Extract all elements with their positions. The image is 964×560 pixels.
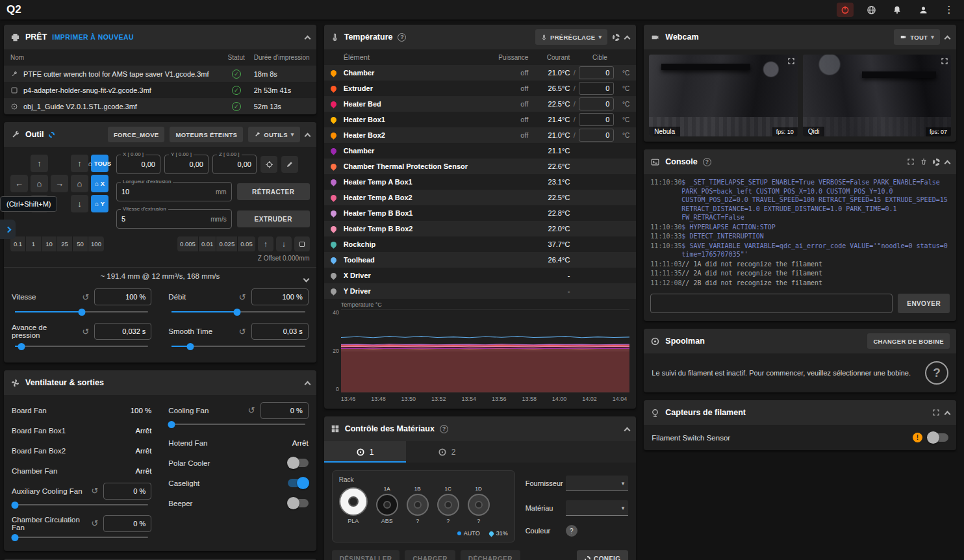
collapse-sensors-card-button[interactable]: [945, 411, 951, 417]
collapse-fans-card-button[interactable]: [304, 381, 311, 387]
collapse-status-card-button[interactable]: [304, 35, 311, 42]
heater-row[interactable]: Heater Box2off21.0°C/0°C: [324, 127, 637, 143]
pressure-advance-input[interactable]: 0,032 s: [94, 323, 151, 340]
heater-row[interactable]: Heater Box1off21.4°C/0°C: [324, 112, 637, 127]
fullscreen-icon[interactable]: [787, 57, 795, 65]
tool-settings-icon[interactable]: [49, 132, 55, 138]
target-temp-input[interactable]: 0: [579, 82, 614, 95]
speed-input[interactable]: 100 %: [94, 288, 151, 305]
change-spool-button[interactable]: CHANGER DE BOBINE: [867, 333, 950, 349]
reset-icon[interactable]: ↺: [239, 327, 246, 337]
z-offset-up-button[interactable]: ↑: [258, 236, 273, 251]
extrude-length-input[interactable]: Longueur d'extrusion10mm: [116, 182, 232, 201]
z-offset-down-button[interactable]: ↓: [276, 236, 292, 251]
fan-slider[interactable]: [15, 537, 148, 538]
reprint-link[interactable]: IMPRIMER À NOUVEAU: [52, 33, 134, 41]
material-select[interactable]: ▾: [566, 500, 629, 516]
help-icon[interactable]: ?: [398, 33, 406, 42]
color-picker[interactable]: ?: [566, 525, 577, 537]
external-spool[interactable]: PLA: [339, 487, 368, 524]
expand-stats-button[interactable]: [303, 276, 309, 283]
fan-speed-input[interactable]: 0 %: [260, 402, 309, 419]
console-command-input[interactable]: [650, 294, 893, 313]
fan-speed-input[interactable]: 0 %: [103, 515, 151, 532]
z-step-button[interactable]: 0.005: [177, 236, 199, 251]
tools-dropdown-button[interactable]: OUTILS▾: [248, 127, 299, 142]
load-button[interactable]: CHARGER: [405, 550, 455, 560]
collapse-tool-card-button[interactable]: [304, 133, 311, 139]
collapse-console-card-button[interactable]: [945, 160, 951, 166]
job-row[interactable]: PTFE cutter wrench tool for AMS tape sav…: [4, 66, 316, 82]
caselight-toggle[interactable]: [288, 479, 309, 487]
send-button[interactable]: ENVOYER: [898, 294, 950, 313]
webcam-select-button[interactable]: TOUT▾: [894, 29, 940, 45]
heater-row[interactable]: Chamberoff21.0°C/0°C: [324, 65, 637, 81]
tab-box-1[interactable]: 1: [324, 441, 406, 463]
z-step-button[interactable]: 0.05: [238, 236, 255, 251]
vendor-select[interactable]: ▾: [566, 476, 629, 491]
spool-slot[interactable]: 1C ?: [437, 486, 459, 524]
flow-slider[interactable]: [171, 311, 305, 312]
unload-button[interactable]: DÉCHARGER: [461, 550, 520, 560]
move-step-button[interactable]: 100: [88, 236, 104, 251]
collapse-materials-card-button[interactable]: [624, 427, 631, 433]
retract-button[interactable]: RÉTRACTER: [237, 183, 310, 200]
spool-slot[interactable]: 1D ?: [468, 486, 490, 524]
home-y-button[interactable]: ⌂ Y: [91, 195, 108, 212]
jog-x-minus-button[interactable]: ←: [10, 175, 28, 192]
move-step-button[interactable]: 10: [42, 236, 57, 251]
z-step-button[interactable]: 0.01: [199, 236, 217, 251]
position-y-input[interactable]: Y [ 0.00 ]0,00: [164, 155, 209, 174]
absolute-position-button[interactable]: [260, 156, 277, 173]
spool-slot[interactable]: 1A ABS: [376, 486, 398, 524]
position-z-input[interactable]: Z [ 0.00 ]0,00: [212, 155, 257, 174]
console-settings-button[interactable]: [933, 159, 940, 166]
tab-box-2[interactable]: 2: [406, 441, 488, 463]
heater-row[interactable]: Extruderoff26.5°C/0°C: [324, 81, 637, 96]
jog-x-plus-button[interactable]: →: [51, 175, 68, 192]
jog-z-minus-button[interactable]: ↓: [71, 195, 88, 212]
preset-dropdown-button[interactable]: PRÉRÉGLAGE▾: [535, 29, 607, 45]
move-step-button[interactable]: 50: [73, 236, 88, 251]
z-step-button[interactable]: 0.025: [216, 236, 238, 251]
fan-slider[interactable]: [15, 504, 148, 505]
expand-console-button[interactable]: [907, 158, 915, 166]
beeper-toggle[interactable]: [288, 499, 309, 507]
reset-icon[interactable]: ↺: [82, 327, 89, 337]
home-all-button[interactable]: ⌂ TOUS: [91, 155, 108, 172]
home-xy-button[interactable]: ⌂: [31, 175, 48, 192]
webcam-stream-qidi[interactable]: Qidi fps: 07: [803, 55, 951, 136]
reset-icon[interactable]: ↺: [91, 518, 98, 528]
help-icon[interactable]: ?: [440, 425, 448, 433]
job-row[interactable]: p4-adapter-holder-snug-fit-v2.gcode.3mf …: [4, 82, 316, 98]
jog-z-plus-button[interactable]: ↑: [71, 155, 88, 172]
move-step-button[interactable]: 25: [57, 236, 73, 251]
force-move-button[interactable]: FORCE_MOVE: [108, 127, 165, 142]
speed-slider[interactable]: [15, 311, 148, 312]
account-button[interactable]: [915, 3, 932, 17]
emergency-stop-button[interactable]: [837, 3, 854, 17]
help-icon[interactable]: ?: [703, 158, 711, 166]
fan-speed-input[interactable]: 0 %: [103, 483, 151, 500]
console-log[interactable]: 11:10:30$ _SET_TIMELAPSE_SETUP ENABLE=Tr…: [644, 174, 956, 288]
home-x-button[interactable]: ⌂ X: [91, 175, 108, 192]
webcam-stream-nebula[interactable]: Nebula fps: 10: [649, 55, 797, 136]
filament-sensor-toggle[interactable]: [928, 433, 948, 442]
move-step-button[interactable]: 1: [26, 236, 42, 251]
home-z-button[interactable]: ⌂: [71, 175, 88, 192]
job-row[interactable]: obj_1_Guide V2.0.1.STL.gcode.3mf ✓ 52m 1…: [4, 98, 316, 114]
target-temp-input[interactable]: 0: [579, 97, 614, 110]
temperature-chart[interactable]: Temperature °C 40 20 0 13:4613:4813:5013…: [324, 299, 637, 409]
polar-cooler-toggle[interactable]: [288, 459, 309, 467]
spool-slot[interactable]: 1B ?: [407, 486, 429, 524]
smooth-time-input[interactable]: 0,03 s: [251, 323, 309, 340]
clear-console-button[interactable]: [920, 158, 928, 166]
fullscreen-icon[interactable]: [941, 57, 948, 65]
collapse-temperature-card-button[interactable]: [624, 35, 631, 42]
edit-position-button[interactable]: [281, 156, 298, 173]
pressure-advance-slider[interactable]: [15, 346, 148, 347]
target-temp-input[interactable]: 0: [579, 66, 614, 79]
extrude-speed-input[interactable]: Vitesse d'extrusion5mm/s: [116, 209, 232, 229]
notifications-button[interactable]: [889, 3, 906, 17]
collapse-webcam-card-button[interactable]: [945, 35, 951, 42]
